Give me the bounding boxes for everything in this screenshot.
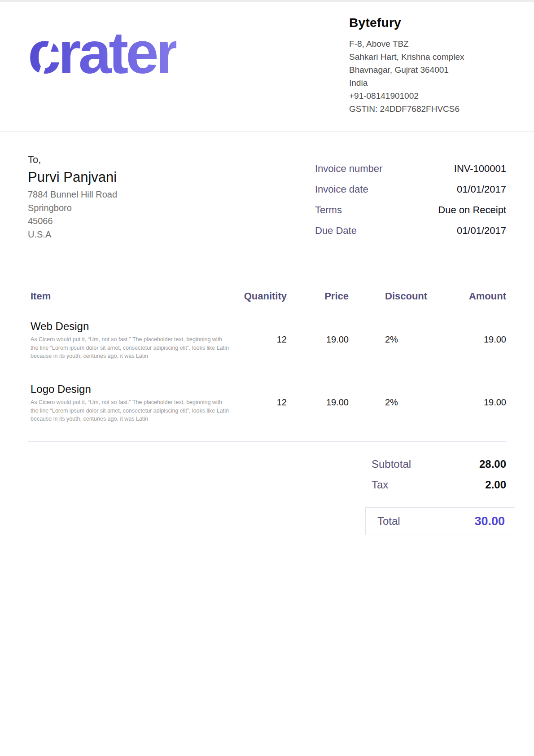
invoice-meta-label: Invoice number (315, 163, 382, 175)
customer-address-line: Springboro (28, 202, 117, 215)
crater-logo: crater (28, 20, 176, 99)
invoice-meta-label: Invoice date (315, 184, 368, 195)
item-price: 19.00 (326, 397, 349, 408)
items-table-header: Item Quanitity Price Discount Amount (28, 290, 506, 304)
item-name: Logo Design (28, 383, 506, 396)
company-phone: +91-08141901002 (349, 89, 506, 102)
column-header-quantity: Quanitity (244, 290, 287, 302)
invoice-meta-label: Terms (315, 204, 342, 216)
totals-row: Tax 2.00 (28, 479, 506, 499)
invoice-meta-row: Due Date 01/01/2017 (315, 225, 506, 237)
customer-address-line: U.S.A (28, 228, 117, 242)
item-price: 19.00 (326, 334, 349, 345)
invoice-meta-label: Due Date (315, 225, 357, 237)
invoice-meta-value: INV-100001 (454, 163, 506, 175)
logo-slash (184, 44, 195, 65)
customer-address-line: 7884 Bunnel Hill Road (28, 188, 117, 202)
invoice-meta-value: Due on Receipt (438, 204, 506, 216)
invoice-meta-value: 01/01/2017 (457, 184, 506, 195)
customer-name: Purvi Panjvani (28, 169, 117, 185)
company-address-line: Sahkari Hart, Krishna complex (349, 50, 506, 63)
totals-label: Subtotal (372, 458, 411, 470)
invoice-meta-row: Terms Due on Receipt (315, 204, 506, 216)
totals-label: Tax (372, 479, 388, 491)
grand-total-box: Total 30.00 (365, 507, 515, 535)
item-quantity: 12 (277, 397, 287, 408)
invoice-meta-row: Invoice date 01/01/2017 (315, 184, 506, 195)
grand-total-value: 30.00 (474, 514, 505, 528)
item-quantity: 12 (277, 334, 287, 345)
bill-to-block: To, Purvi Panjvani 7884 Bunnel Hill Road… (28, 154, 117, 246)
totals-value: 2.00 (485, 479, 506, 491)
item-amount: 19.00 (484, 397, 506, 408)
to-label: To, (28, 154, 117, 166)
totals-section: Subtotal 28.00 Tax 2.00 Total 30.00 (28, 458, 506, 535)
totals-value: 28.00 (479, 458, 506, 470)
column-header-discount: Discount (385, 290, 427, 302)
item-amount: 19.00 (484, 334, 506, 345)
totals-row: Subtotal 28.00 (28, 458, 506, 479)
company-address-line: India (349, 76, 506, 89)
item-discount: 2% (385, 397, 398, 408)
invoice-meta: Invoice number INV-100001 Invoice date 0… (315, 163, 506, 246)
column-header-item: Item (31, 290, 51, 302)
company-info: Bytefury F-8, Above TBZ Sahkari Hart, Kr… (349, 16, 506, 131)
customer-address-line: 45066 (28, 215, 117, 228)
company-gstin: GSTIN: 24DDF7682FHVCS6 (349, 102, 506, 115)
company-address-line: F-8, Above TBZ (349, 37, 506, 50)
invoice-header: crater Bytefury F-8, Above TBZ Sahkari H… (0, 2, 534, 132)
invoice-meta-value: 01/01/2017 (457, 225, 506, 237)
grand-total-label: Total (377, 515, 400, 527)
billing-section: To, Purvi Panjvani 7884 Bunnel Hill Road… (0, 154, 534, 246)
invoice-meta-row: Invoice number INV-100001 (315, 163, 506, 175)
items-table: Item Quanitity Price Discount Amount Web… (0, 290, 534, 435)
item-discount: 2% (385, 334, 398, 345)
table-row: Web Design As Cicero would put it, “Um, … (28, 320, 506, 372)
company-address-line: Bhavnagar, Gujrat 364001 (349, 63, 506, 76)
table-row: Logo Design As Cicero would put it, “Um,… (28, 383, 506, 435)
item-description: As Cicero would put it, “Um, not so fast… (28, 335, 231, 360)
item-name: Web Design (28, 320, 506, 333)
column-header-price: Price (324, 290, 349, 302)
totals-divider (28, 441, 506, 442)
company-name: Bytefury (349, 16, 506, 30)
item-description: As Cicero would put it, “Um, not so fast… (28, 398, 231, 423)
column-header-amount: Amount (469, 290, 506, 302)
